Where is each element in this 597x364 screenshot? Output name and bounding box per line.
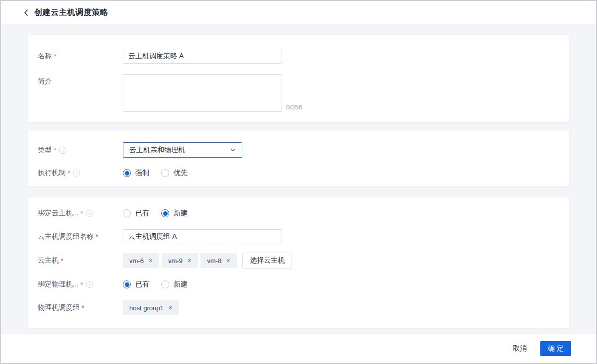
vm-tag-text: vm-9	[168, 257, 183, 265]
bind-host-radio-group: 已有 新建	[123, 280, 188, 289]
vm-group-name-label-text: 云主机调度组名称	[38, 232, 94, 241]
info-icon[interactable]: i	[73, 170, 80, 177]
vm-label-text: 云主机	[38, 256, 59, 265]
radio-selected-icon	[123, 280, 131, 288]
vm-group-name-input[interactable]	[123, 229, 282, 244]
required-marker: *	[96, 233, 98, 241]
info-icon[interactable]: i	[86, 210, 93, 217]
back-button[interactable]	[24, 9, 28, 16]
vm-tag-list: vm-6 ✕ vm-9 ✕ vm-8 ✕ 选择云主机	[123, 253, 292, 269]
required-marker: *	[81, 280, 83, 288]
bind-vm-label: 绑定云主机... * i	[38, 209, 123, 218]
radio-vm-existing[interactable]: 已有	[123, 209, 149, 218]
required-marker: *	[54, 52, 56, 60]
bind-vm-label-text: 绑定云主机...	[38, 209, 79, 218]
chevron-left-icon	[24, 9, 28, 16]
host-group-label-text: 物理机调度组	[38, 303, 80, 312]
host-group-row: 物理机调度组 * host group1 ✕	[38, 300, 559, 315]
radio-unselected-icon	[123, 209, 131, 217]
host-group-tag-list: host group1 ✕	[123, 300, 179, 315]
radio-mechanism-soft[interactable]: 优先	[161, 169, 188, 178]
mechanism-row: 执行机制 * i 强制 优先	[38, 166, 559, 181]
vm-tag-text: vm-6	[129, 257, 144, 265]
intro-row: 简介 0/256	[38, 74, 559, 112]
vm-tag-text: vm-8	[207, 257, 221, 265]
tag-close-icon[interactable]: ✕	[148, 258, 153, 264]
vm-tag: vm-8 ✕	[200, 253, 237, 268]
select-vm-button[interactable]: 选择云主机	[242, 253, 292, 269]
name-row: 名称 *	[38, 49, 559, 64]
required-marker: *	[54, 146, 56, 154]
radio-selected-icon	[123, 169, 131, 177]
radio-unselected-icon	[161, 169, 169, 177]
name-label-text: 名称	[38, 52, 52, 61]
name-input[interactable]	[123, 49, 282, 64]
confirm-button[interactable]: 确 定	[540, 341, 571, 356]
name-label: 名称 *	[38, 52, 123, 61]
radio-label: 新建	[174, 280, 188, 289]
mechanism-label-text: 执行机制	[38, 169, 66, 178]
bind-host-row: 绑定物理机... * i 已有 新建	[38, 277, 559, 292]
basic-info-card: 名称 * 简介 0/256	[28, 35, 569, 122]
info-icon[interactable]: i	[86, 281, 93, 288]
intro-label-text: 简介	[38, 77, 52, 86]
bind-host-label-text: 绑定物理机...	[38, 280, 79, 289]
radio-selected-icon	[161, 209, 169, 217]
bind-vm-radio-group: 已有 新建	[123, 209, 188, 218]
required-marker: *	[82, 304, 84, 312]
vm-tag: vm-6 ✕	[123, 253, 159, 268]
vm-group-name-row: 云主机调度组名称 *	[38, 229, 559, 244]
radio-vm-new[interactable]: 新建	[161, 209, 188, 218]
radio-host-new[interactable]: 新建	[161, 280, 188, 289]
vm-group-name-label: 云主机调度组名称 *	[38, 232, 123, 241]
radio-label: 优先	[174, 169, 188, 178]
tag-close-icon[interactable]: ✕	[168, 305, 173, 311]
char-counter: 0/256	[286, 103, 302, 111]
host-group-tag-text: host group1	[129, 304, 164, 312]
radio-label: 已有	[135, 280, 149, 289]
host-group-tag: host group1 ✕	[123, 300, 179, 315]
bind-vm-row: 绑定云主机... * i 已有 新建	[38, 206, 559, 221]
mechanism-label: 执行机制 * i	[38, 169, 123, 178]
radio-host-existing[interactable]: 已有	[123, 280, 149, 289]
info-icon[interactable]: i	[59, 147, 66, 154]
bind-host-label: 绑定物理机... * i	[38, 280, 123, 289]
mechanism-radio-group: 强制 优先	[123, 169, 188, 178]
chevron-down-icon	[230, 148, 236, 152]
host-group-label: 物理机调度组 *	[38, 303, 123, 312]
page-title: 创建云主机调度策略	[34, 7, 108, 18]
binding-card: 绑定云主机... * i 已有 新建 云主机调度组	[28, 197, 569, 328]
radio-mechanism-force[interactable]: 强制	[123, 169, 149, 178]
form-body: 名称 * 简介 0/256 类型	[1, 24, 596, 334]
tag-close-icon[interactable]: ✕	[187, 258, 192, 264]
policy-type-card: 类型 * i 云主机亲和物理机 执行机制 * i	[28, 131, 569, 186]
footer-action-bar: 取消 确 定	[1, 334, 596, 363]
tag-close-icon[interactable]: ✕	[226, 258, 230, 264]
intro-label: 简介	[38, 74, 123, 86]
type-select[interactable]: 云主机亲和物理机	[123, 142, 242, 158]
vm-row: 云主机 * vm-6 ✕ vm-9 ✕ vm-8 ✕	[38, 253, 559, 269]
vm-label: 云主机 *	[38, 256, 123, 265]
radio-label: 新建	[174, 209, 188, 218]
type-label-text: 类型	[38, 146, 52, 155]
intro-textarea[interactable]	[123, 74, 282, 112]
type-label: 类型 * i	[38, 146, 123, 155]
create-scheduling-policy-page: 创建云主机调度策略 名称 * 简介 0/256	[0, 0, 597, 364]
required-marker: *	[81, 209, 83, 217]
page-header: 创建云主机调度策略	[1, 1, 596, 24]
radio-unselected-icon	[161, 280, 169, 288]
vm-tag: vm-9 ✕	[162, 253, 198, 268]
type-row: 类型 * i 云主机亲和物理机	[38, 142, 559, 158]
radio-label: 已有	[135, 209, 149, 218]
required-marker: *	[68, 169, 70, 177]
required-marker: *	[61, 257, 63, 265]
radio-label: 强制	[135, 169, 149, 178]
cancel-button[interactable]: 取消	[513, 344, 527, 353]
type-select-value: 云主机亲和物理机	[129, 146, 185, 155]
